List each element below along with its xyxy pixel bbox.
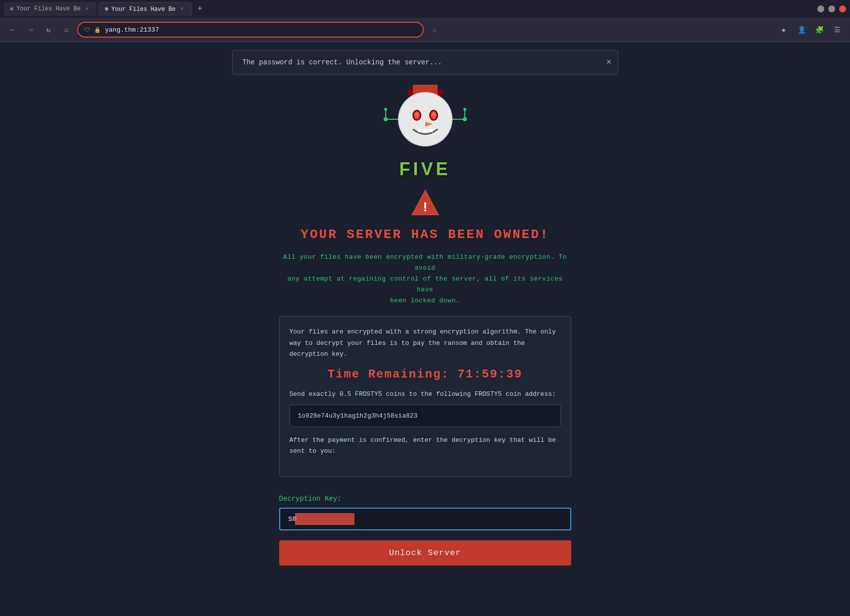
svg-point-15 — [399, 93, 451, 145]
minimize-button[interactable] — [817, 5, 824, 12]
after-payment-text: After the payment is confirmed, enter th… — [290, 435, 561, 457]
window-controls — [817, 5, 846, 12]
tab-close-active[interactable]: × — [179, 6, 186, 13]
home-button[interactable]: ⌂ — [59, 23, 73, 37]
info-text: Your files are encrypted with a strong e… — [290, 327, 561, 359]
five-subtitle: FIVE — [399, 159, 450, 180]
shield-icon: 🛡 — [84, 26, 90, 34]
decryption-section: Decryption Key: Unlock Server — [279, 495, 571, 566]
browser-chrome: ❄ Your Files Have Be × ❄ Your Files Have… — [0, 0, 850, 42]
new-tab-button[interactable]: + — [194, 3, 206, 15]
pocket-icon[interactable]: ◈ — [777, 23, 791, 37]
maximize-button[interactable] — [828, 5, 835, 12]
tab-label-inactive: Your Files Have Be — [16, 5, 81, 12]
profile-icon[interactable]: 👤 — [795, 23, 808, 37]
payment-instruction: Send exactly 0.5 FROSTY5 coins to the fo… — [290, 389, 561, 400]
decryption-input-wrapper — [279, 508, 571, 530]
reload-button[interactable]: ↻ — [42, 23, 55, 37]
unlock-server-button[interactable]: Unlock Server — [279, 540, 571, 566]
tab-favicon-active: ❄ — [105, 5, 108, 13]
notification-close-button[interactable]: × — [606, 58, 612, 67]
tab-inactive[interactable]: ❄ Your Files Have Be × — [4, 2, 97, 16]
warning-icon: ! — [409, 188, 441, 219]
coin-address-box: 1o928e74u3y1hag1h2g3h4j58sia823 — [290, 405, 561, 427]
tab-favicon-inactive: ❄ — [10, 5, 13, 13]
notification-banner: The password is correct. Unlocking the s… — [232, 50, 618, 75]
info-box: Your files are encrypted with a strong e… — [279, 316, 571, 477]
lock-icon: 🔒 — [94, 27, 101, 33]
timer-label: Time Remaining: — [328, 368, 450, 381]
timer: Time Remaining: 71:59:39 — [290, 368, 561, 381]
svg-point-5 — [463, 117, 467, 121]
tab-close-inactive[interactable]: × — [84, 5, 91, 12]
page-content: The password is correct. Unlocking the s… — [0, 42, 850, 616]
close-button[interactable] — [839, 5, 846, 12]
extensions-icon[interactable]: 🧩 — [812, 23, 826, 37]
tab-bar: ❄ Your Files Have Be × ❄ Your Files Have… — [0, 0, 850, 18]
content-column: FROSTY — [279, 42, 571, 616]
address-input[interactable] — [105, 26, 417, 34]
svg-point-21 — [432, 112, 435, 116]
tab-label-active: Your Files Have Be — [111, 6, 176, 13]
svg-point-6 — [384, 108, 387, 111]
address-bar[interactable]: 🛡 🔒 — [77, 22, 424, 38]
decryption-key-label: Decryption Key: — [279, 495, 571, 503]
main-heading: YOUR SERVER HAS BEEN OWNED! — [300, 227, 549, 242]
back-button[interactable]: ← — [6, 23, 20, 37]
svg-rect-25 — [429, 129, 433, 132]
svg-rect-24 — [423, 129, 427, 132]
menu-icon[interactable]: ☰ — [830, 23, 844, 37]
snowman-image — [371, 80, 480, 159]
svg-text:!: ! — [421, 200, 429, 215]
svg-point-20 — [415, 112, 418, 116]
description-text: All your files have been encrypted with … — [279, 252, 571, 306]
bookmark-button[interactable]: ☆ — [428, 23, 442, 37]
svg-point-7 — [463, 108, 466, 111]
coin-address-text: 1o928e74u3y1hag1h2g3h4j58sia823 — [298, 412, 418, 420]
nav-right-icons: ◈ 👤 🧩 ☰ — [777, 23, 844, 37]
forward-button[interactable]: → — [24, 23, 38, 37]
notification-message: The password is correct. Unlocking the s… — [243, 58, 442, 66]
svg-rect-23 — [418, 129, 422, 132]
timer-value: 71:59:39 — [457, 368, 522, 381]
navigation-bar: ← → ↻ ⌂ 🛡 🔒 ☆ ◈ 👤 🧩 ☰ — [0, 18, 850, 42]
svg-point-4 — [384, 117, 388, 121]
tab-active[interactable]: ❄ Your Files Have Be × — [99, 2, 192, 16]
decryption-key-input[interactable] — [279, 508, 571, 530]
